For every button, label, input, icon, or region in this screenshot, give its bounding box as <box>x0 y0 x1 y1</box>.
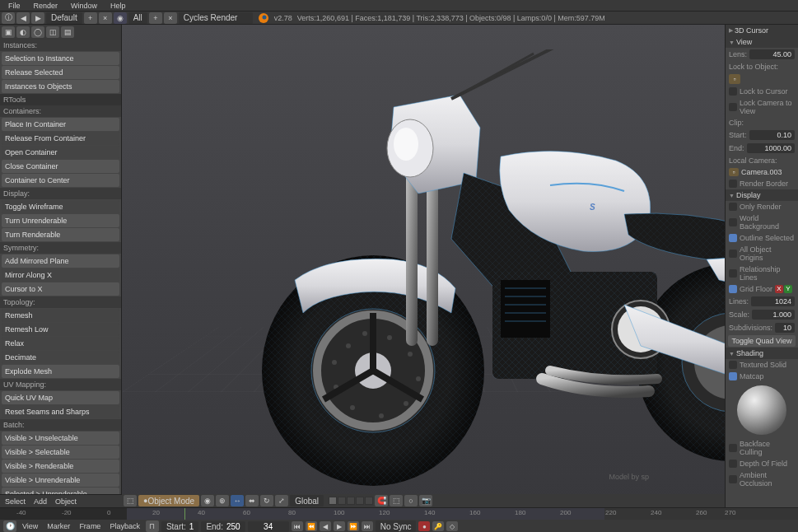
reset-seams-button[interactable]: Reset Seams and Sharps <box>2 405 119 418</box>
backface-culling-checkbox[interactable] <box>729 444 737 452</box>
axis-toggles[interactable]: XY <box>775 285 792 293</box>
place-in-container-button[interactable]: Place In Container <box>2 118 119 131</box>
mirror-along-x-button[interactable]: Mirror Along X <box>2 268 119 282</box>
menu-window[interactable]: Window <box>64 2 104 10</box>
toggle-wireframe-button[interactable]: Toggle Wireframe <box>2 200 119 213</box>
relationship-lines-checkbox[interactable] <box>729 269 737 278</box>
lock-cursor-checkbox[interactable] <box>729 87 737 96</box>
visible-selectable-button[interactable]: Visible > Selectable <box>2 446 119 459</box>
remesh-button[interactable]: Remesh <box>2 309 119 322</box>
only-render-checkbox[interactable] <box>729 203 737 211</box>
lens-input[interactable]: 45.00 <box>749 49 795 59</box>
add-mirrored-plane-button[interactable]: Add Mirrored Plane <box>2 254 119 268</box>
snap-icon[interactable]: 🧲 <box>375 495 388 506</box>
all-origins-checkbox[interactable] <box>729 250 737 258</box>
render-border-checkbox[interactable] <box>729 180 737 188</box>
manipulator-icon[interactable]: ↔ <box>231 495 244 506</box>
start-frame-field[interactable]: Start:1 <box>161 521 198 532</box>
manipulator-rotate-icon[interactable]: ↻ <box>260 495 273 506</box>
timeline-marker-menu[interactable]: Marker <box>44 522 73 530</box>
layer-buttons[interactable] <box>329 497 373 505</box>
container-to-center-button[interactable]: Container to Center <box>2 174 119 187</box>
mode-dropdown[interactable]: ● Object Mode <box>138 495 199 506</box>
insert-keyframe-icon[interactable]: ◇ <box>446 521 458 531</box>
tool-icon-2[interactable]: ◐ <box>16 26 30 38</box>
relax-button[interactable]: Relax <box>2 337 119 350</box>
play-reverse-icon[interactable]: ◀ <box>320 521 331 531</box>
release-from-container-button[interactable]: Release From Container <box>2 132 119 145</box>
range-toggle-icon[interactable]: ⊓ <box>146 520 159 532</box>
view-panel-header[interactable]: View <box>726 36 798 48</box>
close-container-button[interactable]: Close Container <box>2 160 119 173</box>
manipulator-scale-icon[interactable]: ⤢ <box>275 495 288 506</box>
footer-select-menu[interactable]: Select <box>2 497 29 506</box>
footer-add-menu[interactable]: Add <box>30 497 50 506</box>
jump-start-icon[interactable]: ⏮ <box>292 521 303 531</box>
3d-viewport[interactable]: S Model by sp ⬚ ● Object Mode ◉ ⊕ ↔ ⬌ <box>122 25 725 507</box>
proportional-icon[interactable]: ○ <box>404 495 418 506</box>
timeline-view-menu[interactable]: View <box>19 522 41 530</box>
outline-selected-checkbox[interactable] <box>729 234 737 242</box>
lock-object-icon[interactable]: ▫ <box>729 74 740 84</box>
menu-render[interactable]: Render <box>27 2 65 10</box>
cursor-to-x-button[interactable]: Cursor to X <box>2 282 119 296</box>
timeline-editor-icon[interactable]: 🕐 <box>3 520 16 532</box>
selection-to-instance-button[interactable]: Selection to Instance <box>2 52 119 65</box>
ao-checkbox[interactable] <box>729 475 737 483</box>
add-layout-icon[interactable]: + <box>84 12 97 24</box>
world-bg-checkbox[interactable] <box>729 218 737 226</box>
screen-layout-dropdown[interactable]: Default <box>46 12 82 24</box>
shading-solid-icon[interactable]: ◉ <box>201 495 214 506</box>
tool-icon-5[interactable]: ▤ <box>61 26 74 38</box>
play-icon[interactable]: ▶ <box>334 521 345 531</box>
dof-checkbox[interactable] <box>729 460 737 468</box>
menu-file[interactable]: File <box>2 2 27 10</box>
keying-set-icon[interactable]: 🔑 <box>432 521 444 531</box>
scene-dropdown[interactable]: All <box>128 12 147 24</box>
pivot-icon[interactable]: ⊕ <box>216 495 229 506</box>
menu-help[interactable]: Help <box>104 2 133 10</box>
camera-name[interactable]: Camera.003 <box>741 168 782 176</box>
matcap-preview[interactable] <box>737 385 786 435</box>
viewport-editor-icon[interactable]: ⬚ <box>124 495 137 506</box>
scene-icon[interactable]: ◉ <box>114 12 127 24</box>
back-icon[interactable]: ◀ <box>16 12 30 24</box>
visible-unselectable-button[interactable]: Visible > Unselectable <box>2 432 119 445</box>
visible-unrenderable-button[interactable]: Visible > Unrenderable <box>2 474 119 487</box>
textured-solid-checkbox[interactable] <box>729 361 737 369</box>
jump-end-icon[interactable]: ⏭ <box>362 521 373 531</box>
delete-scene-icon[interactable]: × <box>164 12 177 24</box>
turn-renderable-button[interactable]: Turn Renderable <box>2 228 119 241</box>
turn-unrenderable-button[interactable]: Turn Unrenderable <box>2 214 119 227</box>
subdiv-input[interactable]: 10 <box>775 323 795 333</box>
lines-input[interactable]: 1024 <box>751 296 795 306</box>
timeline-playback-menu[interactable]: Playback <box>106 522 143 530</box>
info-editor-icon[interactable]: ⓘ <box>2 12 15 24</box>
matcap-checkbox[interactable] <box>729 372 737 380</box>
tool-icon-3[interactable]: ◯ <box>31 26 44 38</box>
decimate-button[interactable]: Decimate <box>2 351 119 364</box>
open-container-button[interactable]: Open Container <box>2 146 119 159</box>
quick-uv-map-button[interactable]: Quick UV Map <box>2 391 119 404</box>
clip-end-input[interactable]: 1000.00 <box>747 143 795 153</box>
render-engine-dropdown[interactable]: Cycles Render <box>179 12 253 24</box>
sync-dropdown[interactable]: No Sync <box>376 520 417 532</box>
display-panel-header[interactable]: Display <box>726 189 798 201</box>
timeline-frame-menu[interactable]: Frame <box>76 522 104 530</box>
delete-layout-icon[interactable]: × <box>99 12 112 24</box>
footer-object-menu[interactable]: Object <box>52 497 80 506</box>
toggle-quad-view-button[interactable]: Toggle Quad View <box>728 335 796 347</box>
add-scene-icon[interactable]: + <box>149 12 162 24</box>
instances-to-objects-button[interactable]: Instances to Objects <box>2 80 119 93</box>
playhead[interactable] <box>184 508 185 520</box>
remesh-low-button[interactable]: Remesh Low <box>2 323 119 336</box>
timeline-ruler[interactable]: -40 -20 0 20 40 60 80 100 120 140 160 18… <box>0 508 798 520</box>
release-selected-button[interactable]: Release Selected <box>2 66 119 79</box>
autokey-record-icon[interactable]: ● <box>418 521 430 531</box>
current-frame-field[interactable]: 34 <box>248 521 289 532</box>
manipulator-translate-icon[interactable]: ⬌ <box>245 495 259 506</box>
end-frame-field[interactable]: End:250 <box>201 521 245 532</box>
keyframe-next-icon[interactable]: ⏩ <box>348 521 359 531</box>
clip-start-input[interactable]: 0.10 <box>749 130 795 140</box>
tool-icon-1[interactable]: ▣ <box>2 26 15 38</box>
